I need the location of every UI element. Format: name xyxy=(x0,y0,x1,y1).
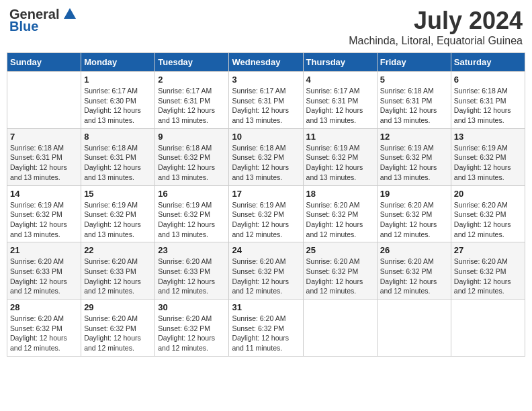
calendar-cell: 26Sunrise: 6:20 AMSunset: 6:32 PMDayligh… xyxy=(377,242,451,300)
day-number: 22 xyxy=(84,245,152,255)
day-info: Sunrise: 6:20 AMSunset: 6:32 PMDaylight:… xyxy=(306,257,374,296)
calendar-cell: 25Sunrise: 6:20 AMSunset: 6:32 PMDayligh… xyxy=(303,242,377,300)
calendar-cell: 28Sunrise: 6:20 AMSunset: 6:32 PMDayligh… xyxy=(7,300,81,357)
calendar-cell xyxy=(451,300,525,357)
day-number: 8 xyxy=(84,132,152,142)
day-info: Sunrise: 6:19 AMSunset: 6:32 PMDaylight:… xyxy=(454,143,522,183)
day-number: 4 xyxy=(306,75,374,85)
day-number: 5 xyxy=(380,75,448,85)
calendar-cell: 8Sunrise: 6:18 AMSunset: 6:31 PMDaylight… xyxy=(81,128,155,185)
day-info: Sunrise: 6:19 AMSunset: 6:32 PMDaylight:… xyxy=(306,143,374,183)
calendar-cell: 22Sunrise: 6:20 AMSunset: 6:33 PMDayligh… xyxy=(81,242,155,300)
weekday-header: Saturday xyxy=(451,53,525,72)
calendar-cell: 14Sunrise: 6:19 AMSunset: 6:32 PMDayligh… xyxy=(7,185,81,242)
day-number: 28 xyxy=(10,302,78,312)
calendar-cell: 31Sunrise: 6:20 AMSunset: 6:32 PMDayligh… xyxy=(229,300,303,357)
right-header: July 2024 Machinda, Litoral, Equatorial … xyxy=(349,7,523,47)
weekday-header: Sunday xyxy=(7,53,81,72)
day-info: Sunrise: 6:20 AMSunset: 6:32 PMDaylight:… xyxy=(380,257,448,296)
day-info: Sunrise: 6:19 AMSunset: 6:32 PMDaylight:… xyxy=(84,200,152,240)
calendar-cell: 16Sunrise: 6:19 AMSunset: 6:32 PMDayligh… xyxy=(155,185,229,242)
day-info: Sunrise: 6:20 AMSunset: 6:32 PMDaylight:… xyxy=(10,314,78,353)
calendar-cell: 2Sunrise: 6:17 AMSunset: 6:31 PMDaylight… xyxy=(155,72,229,129)
day-number: 23 xyxy=(158,245,226,255)
day-info: Sunrise: 6:18 AMSunset: 6:32 PMDaylight:… xyxy=(232,143,300,183)
day-info: Sunrise: 6:19 AMSunset: 6:32 PMDaylight:… xyxy=(232,200,300,240)
day-info: Sunrise: 6:18 AMSunset: 6:31 PMDaylight:… xyxy=(380,86,448,126)
day-number: 18 xyxy=(306,189,374,199)
day-number: 30 xyxy=(158,302,226,312)
calendar-cell: 20Sunrise: 6:20 AMSunset: 6:32 PMDayligh… xyxy=(451,185,525,242)
calendar-table: SundayMondayTuesdayWednesdayThursdayFrid… xyxy=(7,52,525,357)
day-info: Sunrise: 6:20 AMSunset: 6:32 PMDaylight:… xyxy=(306,200,374,240)
calendar-cell: 5Sunrise: 6:18 AMSunset: 6:31 PMDaylight… xyxy=(377,72,451,129)
day-info: Sunrise: 6:19 AMSunset: 6:32 PMDaylight:… xyxy=(380,143,448,183)
day-info: Sunrise: 6:20 AMSunset: 6:33 PMDaylight:… xyxy=(158,257,226,296)
day-number: 13 xyxy=(454,132,522,142)
day-number: 14 xyxy=(10,189,78,199)
day-number: 17 xyxy=(232,189,300,199)
day-number: 21 xyxy=(10,245,78,255)
day-info: Sunrise: 6:17 AMSunset: 6:31 PMDaylight:… xyxy=(158,86,226,126)
calendar-cell xyxy=(303,300,377,357)
day-info: Sunrise: 6:19 AMSunset: 6:32 PMDaylight:… xyxy=(10,200,78,240)
calendar-cell: 11Sunrise: 6:19 AMSunset: 6:32 PMDayligh… xyxy=(303,128,377,185)
calendar-cell: 24Sunrise: 6:20 AMSunset: 6:32 PMDayligh… xyxy=(229,242,303,300)
day-info: Sunrise: 6:19 AMSunset: 6:32 PMDaylight:… xyxy=(158,200,226,240)
weekday-header: Monday xyxy=(81,53,155,72)
logo-blue: Blue xyxy=(9,19,76,34)
calendar-cell: 15Sunrise: 6:19 AMSunset: 6:32 PMDayligh… xyxy=(81,185,155,242)
day-number: 15 xyxy=(84,189,152,199)
day-info: Sunrise: 6:20 AMSunset: 6:33 PMDaylight:… xyxy=(84,257,152,296)
calendar-cell: 29Sunrise: 6:20 AMSunset: 6:32 PMDayligh… xyxy=(81,300,155,357)
day-number: 27 xyxy=(454,245,522,255)
calendar-cell: 21Sunrise: 6:20 AMSunset: 6:33 PMDayligh… xyxy=(7,242,81,300)
day-info: Sunrise: 6:20 AMSunset: 6:32 PMDaylight:… xyxy=(380,200,448,240)
day-number: 24 xyxy=(232,245,300,255)
weekday-header: Tuesday xyxy=(155,53,229,72)
weekday-header: Wednesday xyxy=(229,53,303,72)
calendar-cell: 12Sunrise: 6:19 AMSunset: 6:32 PMDayligh… xyxy=(377,128,451,185)
day-info: Sunrise: 6:20 AMSunset: 6:32 PMDaylight:… xyxy=(454,257,522,296)
calendar-cell: 9Sunrise: 6:18 AMSunset: 6:32 PMDaylight… xyxy=(155,128,229,185)
day-number: 20 xyxy=(454,189,522,199)
calendar-cell: 6Sunrise: 6:18 AMSunset: 6:31 PMDaylight… xyxy=(451,72,525,129)
day-info: Sunrise: 6:17 AMSunset: 6:31 PMDaylight:… xyxy=(232,86,300,126)
calendar-cell: 30Sunrise: 6:20 AMSunset: 6:32 PMDayligh… xyxy=(155,300,229,357)
calendar-cell: 4Sunrise: 6:17 AMSunset: 6:31 PMDaylight… xyxy=(303,72,377,129)
day-info: Sunrise: 6:20 AMSunset: 6:33 PMDaylight:… xyxy=(10,257,78,296)
day-number: 31 xyxy=(232,302,300,312)
day-info: Sunrise: 6:20 AMSunset: 6:32 PMDaylight:… xyxy=(454,200,522,240)
day-number: 6 xyxy=(454,75,522,85)
day-number: 11 xyxy=(306,132,374,142)
day-info: Sunrise: 6:20 AMSunset: 6:32 PMDaylight:… xyxy=(84,314,152,353)
day-number: 9 xyxy=(158,132,226,142)
calendar-cell: 1Sunrise: 6:17 AMSunset: 6:30 PMDaylight… xyxy=(81,72,155,129)
day-number: 19 xyxy=(380,189,448,199)
calendar-cell: 17Sunrise: 6:19 AMSunset: 6:32 PMDayligh… xyxy=(229,185,303,242)
day-info: Sunrise: 6:18 AMSunset: 6:32 PMDaylight:… xyxy=(158,143,226,183)
location-title: Machinda, Litoral, Equatorial Guinea xyxy=(349,35,523,47)
day-number: 10 xyxy=(232,132,300,142)
day-number: 12 xyxy=(380,132,448,142)
day-number: 1 xyxy=(84,75,152,85)
calendar-cell: 7Sunrise: 6:18 AMSunset: 6:31 PMDaylight… xyxy=(7,128,81,185)
day-number: 29 xyxy=(84,302,152,312)
day-info: Sunrise: 6:20 AMSunset: 6:32 PMDaylight:… xyxy=(232,257,300,296)
svg-marker-0 xyxy=(64,8,76,19)
day-number: 16 xyxy=(158,189,226,199)
day-info: Sunrise: 6:18 AMSunset: 6:31 PMDaylight:… xyxy=(84,143,152,183)
page-header: General Blue July 2024 Machinda, Litoral… xyxy=(7,7,525,47)
calendar-cell: 23Sunrise: 6:20 AMSunset: 6:33 PMDayligh… xyxy=(155,242,229,300)
day-number: 26 xyxy=(380,245,448,255)
calendar-cell xyxy=(7,72,81,129)
day-number: 7 xyxy=(10,132,78,142)
logo: General Blue xyxy=(9,7,76,34)
calendar-cell: 13Sunrise: 6:19 AMSunset: 6:32 PMDayligh… xyxy=(451,128,525,185)
calendar-cell xyxy=(377,300,451,357)
calendar-cell: 18Sunrise: 6:20 AMSunset: 6:32 PMDayligh… xyxy=(303,185,377,242)
weekday-header: Thursday xyxy=(303,53,377,72)
day-info: Sunrise: 6:17 AMSunset: 6:31 PMDaylight:… xyxy=(306,86,374,126)
day-info: Sunrise: 6:18 AMSunset: 6:31 PMDaylight:… xyxy=(454,86,522,126)
calendar-cell: 10Sunrise: 6:18 AMSunset: 6:32 PMDayligh… xyxy=(229,128,303,185)
